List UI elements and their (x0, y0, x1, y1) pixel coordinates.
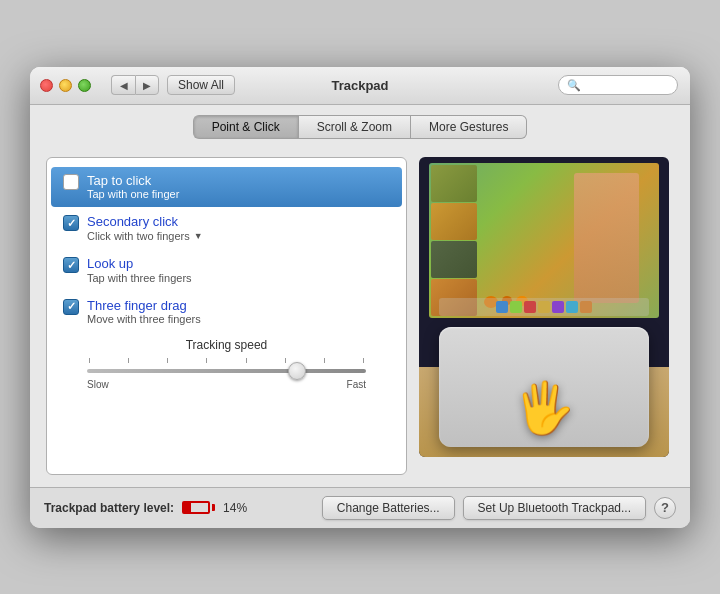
option-sub-row: Click with two fingers ▼ (87, 230, 203, 243)
option-sub-look-up: Tap with three fingers (87, 272, 192, 285)
option-title-three-finger-drag: Three finger drag (87, 298, 201, 314)
options-panel: Tap to click Tap with one finger Seconda… (46, 157, 407, 475)
change-batteries-button[interactable]: Change Batteries... (322, 496, 455, 520)
thumb-2 (431, 203, 477, 240)
option-title-tap-to-click: Tap to click (87, 173, 179, 189)
checkbox-secondary-click[interactable] (63, 215, 79, 231)
checkbox-look-up[interactable] (63, 257, 79, 273)
help-button[interactable]: ? (654, 497, 676, 519)
hand-gesture-icon: 🖐 (513, 379, 575, 437)
checkbox-tap-to-click[interactable] (63, 174, 79, 190)
thumb-3 (431, 241, 477, 278)
nav-buttons: ◀ ▶ (111, 75, 159, 95)
tab-scroll-zoom[interactable]: Scroll & Zoom (298, 115, 411, 139)
checkbox-three-finger-drag[interactable] (63, 299, 79, 315)
tick-2 (128, 358, 129, 363)
dock-icon-1 (496, 301, 508, 313)
option-secondary-click[interactable]: Secondary click Click with two fingers ▼ (51, 208, 402, 249)
tick-1 (89, 358, 90, 363)
window-title: Trackpad (331, 78, 388, 93)
slider-ticks (87, 358, 366, 363)
preview-image: 🖐 (419, 157, 669, 457)
tabs-row: Point & Click Scroll & Zoom More Gesture… (30, 105, 690, 147)
dropdown-arrow-icon[interactable]: ▼ (194, 231, 203, 241)
option-three-finger-drag[interactable]: Three finger drag Move with three finger… (51, 292, 402, 333)
tracking-speed-label: Tracking speed (71, 338, 382, 352)
minimize-button[interactable] (59, 79, 72, 92)
search-input[interactable] (584, 79, 669, 91)
option-text-drag: Three finger drag Move with three finger… (87, 298, 201, 327)
dock-icon-2 (510, 301, 522, 313)
slider-container: Slow Fast (71, 358, 382, 390)
maximize-button[interactable] (78, 79, 91, 92)
slider-thumb[interactable] (288, 362, 306, 380)
laptop-photo (429, 163, 659, 318)
tab-point-click[interactable]: Point & Click (193, 115, 298, 139)
dock-icon-4 (538, 301, 550, 313)
nav-area: ◀ ▶ Show All (111, 75, 235, 95)
option-look-up[interactable]: Look up Tap with three fingers (51, 250, 402, 291)
option-title-look-up: Look up (87, 256, 192, 272)
photo-figure (574, 173, 639, 303)
option-sub-three-finger-drag: Move with three fingers (87, 313, 201, 326)
dock-icon-5 (552, 301, 564, 313)
bottom-bar: Trackpad battery level: 14% Change Batte… (30, 487, 690, 528)
dock-bar (439, 298, 649, 316)
content-area: Tap to click Tap with one finger Seconda… (30, 147, 690, 487)
back-button[interactable]: ◀ (111, 75, 135, 95)
laptop-screen (429, 163, 659, 318)
forward-button[interactable]: ▶ (135, 75, 159, 95)
battery-tip (212, 504, 215, 511)
option-sub-tap-to-click: Tap with one finger (87, 188, 179, 201)
tick-6 (285, 358, 286, 363)
traffic-lights (40, 79, 91, 92)
search-icon: 🔍 (567, 79, 581, 92)
titlebar: ◀ ▶ Show All Trackpad 🔍 (30, 67, 690, 105)
option-text: Tap to click Tap with one finger (87, 173, 179, 202)
search-box[interactable]: 🔍 (558, 75, 678, 95)
tab-more-gestures[interactable]: More Gestures (411, 115, 527, 139)
close-button[interactable] (40, 79, 53, 92)
tick-5 (246, 358, 247, 363)
option-sub-secondary-click: Click with two fingers (87, 230, 190, 243)
setup-bluetooth-button[interactable]: Set Up Bluetooth Trackpad... (463, 496, 646, 520)
battery-label: Trackpad battery level: (44, 501, 174, 515)
tracking-section: Tracking speed (47, 334, 406, 404)
trackpad-window: ◀ ▶ Show All Trackpad 🔍 Point & Click Sc… (30, 67, 690, 528)
show-all-button[interactable]: Show All (167, 75, 235, 95)
option-title-secondary-click: Secondary click (87, 214, 203, 230)
slider-track[interactable] (87, 369, 366, 373)
option-tap-to-click[interactable]: Tap to click Tap with one finger (51, 167, 402, 208)
tick-4 (206, 358, 207, 363)
option-text-lookup: Look up Tap with three fingers (87, 256, 192, 285)
photo-thumbnails (429, 163, 479, 318)
tick-8 (363, 358, 364, 363)
dock-icon-6 (566, 301, 578, 313)
thumb-1 (431, 165, 477, 202)
battery-icon (182, 501, 215, 514)
battery-fill (184, 503, 191, 512)
preview-panel: 🖐 (419, 157, 674, 475)
slow-label: Slow (87, 379, 109, 390)
fast-label: Fast (347, 379, 366, 390)
battery-body (182, 501, 210, 514)
slider-labels: Slow Fast (87, 379, 366, 390)
option-text-secondary: Secondary click Click with two fingers ▼ (87, 214, 203, 243)
dock-icon-3 (524, 301, 536, 313)
tick-7 (324, 358, 325, 363)
dock-icon-7 (580, 301, 592, 313)
trackpad-device: 🖐 (439, 327, 649, 447)
battery-percent: 14% (223, 501, 247, 515)
tick-3 (167, 358, 168, 363)
